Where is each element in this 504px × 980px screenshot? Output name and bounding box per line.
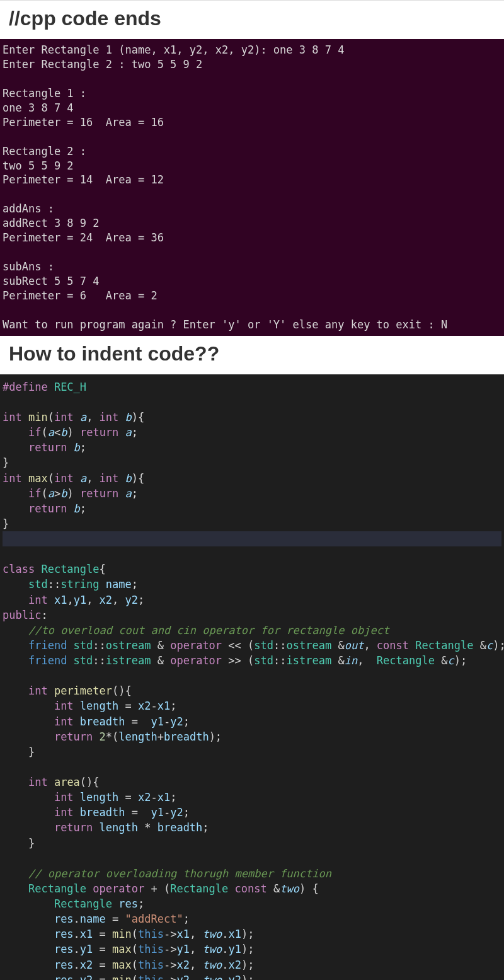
heading-cpp-ends: //cpp code ends — [0, 1, 504, 39]
terminal-output: Enter Rectangle 1 (name, x1, y2, x2, y2)… — [0, 39, 504, 336]
heading-indent-question: How to indent code?? — [0, 336, 504, 374]
code-editor: #define REC_H int min(int a, int b){ if(… — [0, 374, 504, 980]
